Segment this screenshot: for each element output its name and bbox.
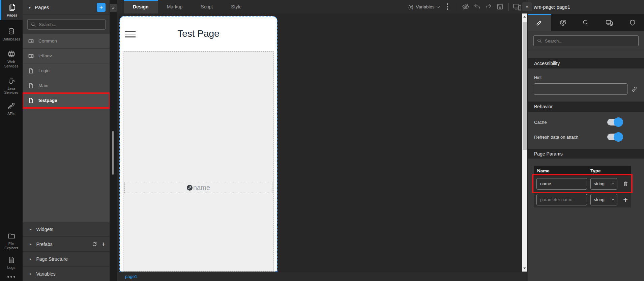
properties-search-area <box>533 35 639 46</box>
log-file-icon <box>7 256 15 264</box>
page-params-table: Name Type string <box>534 166 631 207</box>
pages-search-box[interactable] <box>27 19 106 30</box>
more-options-button[interactable] <box>447 3 448 10</box>
page-list-item-leftnav[interactable]: leftnav <box>23 49 110 63</box>
rail-item-web-services[interactable]: Web Services <box>0 50 23 68</box>
folder-icon <box>7 232 16 240</box>
delete-param-button[interactable] <box>620 181 631 187</box>
page-list-item-login[interactable]: Login <box>23 63 110 78</box>
accordion-widgets[interactable]: ▸ Widgets <box>23 222 110 236</box>
param-type-select[interactable]: string <box>590 178 617 190</box>
canvas-scrollbar-thumb[interactable] <box>523 22 527 150</box>
tab-inspect[interactable] <box>575 14 598 31</box>
rail-item-java-services[interactable]: Java Services <box>0 77 23 95</box>
redo-icon <box>485 3 492 10</box>
section-page-params: Page Params <box>528 149 644 159</box>
add-page-button[interactable]: + <box>97 3 106 12</box>
page-item-label: Main <box>38 83 48 88</box>
refresh-data-toggle[interactable] <box>607 134 622 140</box>
rail-item-label: Logs <box>7 265 16 270</box>
redo-button[interactable] <box>483 1 494 12</box>
panel-collapse-strip: « <box>110 0 117 281</box>
page-item-label: Login <box>38 68 50 73</box>
database-icon <box>7 28 15 35</box>
tab-properties[interactable] <box>528 14 551 31</box>
rail-item-more[interactable] <box>0 276 23 278</box>
pages-icon <box>8 3 16 11</box>
scroll-up-arrow[interactable] <box>522 14 527 19</box>
panel-scrollbar-thumb[interactable] <box>112 131 114 175</box>
open-page-tab[interactable]: page1 <box>125 274 137 279</box>
add-param-button[interactable]: + <box>620 195 631 204</box>
rail-item-file-explorer[interactable]: File Explorer <box>0 232 23 250</box>
section-accessibility: Accessibility <box>528 58 644 68</box>
pages-panel: ▾ Pages + Common leftnav Login <box>23 0 110 281</box>
add-prefab-button[interactable]: + <box>101 241 106 248</box>
tab-markup[interactable]: Markup <box>158 0 192 13</box>
page-file-icon <box>28 68 34 74</box>
tab-styles[interactable] <box>551 14 575 31</box>
chevron-down-icon <box>612 198 614 200</box>
bind-property-button[interactable] <box>631 86 638 92</box>
rail-item-apis[interactable]: APIs <box>0 102 23 116</box>
param-name-input[interactable] <box>536 178 587 190</box>
pages-panel-header: ▾ Pages + <box>23 0 110 15</box>
rail-item-label: APIs <box>7 112 15 116</box>
bound-label-widget[interactable]: name <box>124 182 272 193</box>
variables-dropdown[interactable]: {x} Variables <box>408 4 439 9</box>
refresh-icon[interactable] <box>92 241 97 247</box>
accordion-prefabs[interactable]: ▸ Prefabs + <box>23 236 110 251</box>
palette-icon <box>559 19 566 26</box>
cache-toggle-row: Cache <box>528 117 644 127</box>
expand-panel-button[interactable]: » <box>522 2 532 11</box>
search-icon <box>31 22 36 27</box>
new-param-name-input[interactable] <box>536 194 587 205</box>
page-preview-title[interactable]: Test Page <box>120 16 277 51</box>
work-area: Design Markup Script Style {x} Variables <box>117 0 528 281</box>
refresh-data-toggle-row: Refresh data on attach <box>528 132 644 142</box>
hamburger-menu-icon[interactable] <box>125 31 136 37</box>
rail-item-pages[interactable]: Pages <box>0 0 23 20</box>
page-param-row: string <box>534 176 631 192</box>
cache-toggle[interactable] <box>607 119 622 125</box>
bind-icon <box>187 185 193 191</box>
undo-icon <box>473 3 481 10</box>
tab-style[interactable]: Style <box>222 0 251 13</box>
canvas-statusbar: page1 <box>117 272 528 281</box>
rail-item-databases[interactable]: Databases <box>0 28 23 41</box>
tab-security[interactable] <box>621 14 644 31</box>
page-list-item-common[interactable]: Common <box>23 34 110 49</box>
new-param-type-select[interactable]: string <box>590 194 617 205</box>
hint-input[interactable] <box>534 83 627 95</box>
pages-search-input[interactable] <box>39 22 102 27</box>
rail-item-logs[interactable]: Logs <box>0 256 23 270</box>
properties-search-box[interactable] <box>533 35 639 46</box>
canvas-scrollbar[interactable] <box>522 13 527 272</box>
tab-devices[interactable] <box>597 14 621 31</box>
collapse-panel-button[interactable]: « <box>110 4 117 12</box>
more-ellipsis-icon <box>7 276 15 278</box>
page-list-item-main[interactable]: Main <box>23 78 110 93</box>
tab-design[interactable]: Design <box>124 0 158 13</box>
accordion-page-structure[interactable]: ▸ Page Structure <box>23 251 110 266</box>
page-content-container[interactable]: name <box>123 51 274 272</box>
scroll-down-arrow[interactable] <box>522 266 527 271</box>
tab-script[interactable]: Script <box>192 0 222 13</box>
save-button[interactable] <box>494 1 506 12</box>
page-params-header-row: Name Type <box>534 166 631 176</box>
properties-search-input[interactable] <box>545 38 635 44</box>
prefabs-actions: + <box>92 241 106 248</box>
undo-button[interactable] <box>471 1 483 12</box>
page-preview[interactable]: Test Page name <box>120 16 277 272</box>
floppy-save-icon <box>496 3 504 10</box>
page-list-item-testpage[interactable]: testpage <box>23 93 110 108</box>
caret-down-icon[interactable]: ▾ <box>29 5 31 10</box>
devices-icon <box>513 2 522 11</box>
link-icon <box>631 86 638 92</box>
design-canvas[interactable]: Test Page name <box>117 13 528 272</box>
accordion-variables[interactable]: ▸ Variables <box>23 266 110 281</box>
preview-toggle-button[interactable] <box>460 1 471 12</box>
pages-list: Common leftnav Login Main testpage <box>23 34 110 222</box>
caret-right-icon: ▸ <box>30 272 32 276</box>
device-preview-button[interactable] <box>511 1 523 12</box>
